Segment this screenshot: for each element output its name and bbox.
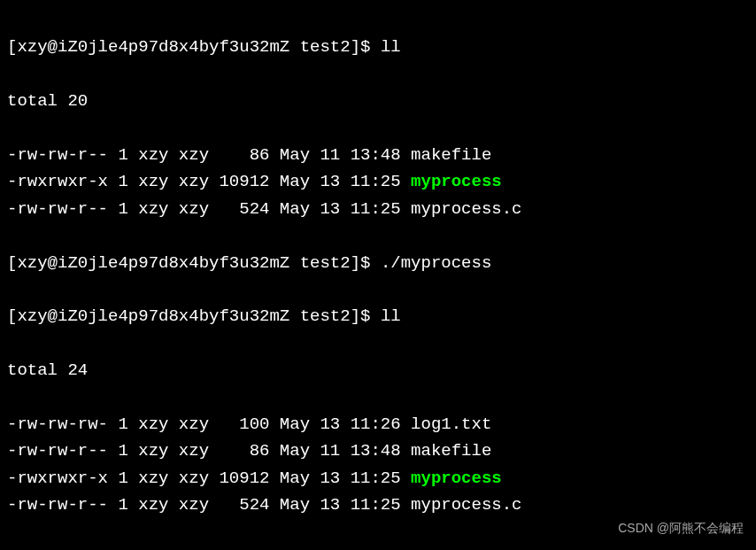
file-row: -rw-rw-rw- 1 xzy xzy 100 May 13 11:26 lo…	[7, 411, 749, 438]
watermark-text: CSDN @阿熊不会编程	[618, 518, 744, 538]
file-meta: -rwxrwxr-x 1 xzy xzy 10912 May 13 11:25	[7, 172, 411, 191]
prompt-line-run: [xzy@iZ0jle4p97d8x4byf3u32mZ test2]$ ./m…	[7, 250, 749, 276]
file-name: myprocess.c	[411, 495, 521, 515]
file-meta: -rw-rw-r-- 1 xzy xzy 524 May 13 11:25	[7, 495, 411, 515]
terminal-output[interactable]: [xzy@iZ0jle4p97d8x4byf3u32mZ test2]$ ll …	[7, 7, 749, 550]
file-name: makefile	[411, 145, 491, 165]
file-row: -rwxrwxr-x 1 xzy xzy 10912 May 13 11:25 …	[7, 168, 749, 195]
file-meta: -rw-rw-r-- 1 xzy xzy 86 May 11 13:48	[7, 145, 411, 165]
file-name: myprocess	[411, 172, 502, 191]
shell-prompt: [xzy@iZ0jle4p97d8x4byf3u32mZ test2]$	[7, 306, 381, 326]
file-name: myprocess	[411, 469, 502, 488]
file-row: -rw-rw-r-- 1 xzy xzy 524 May 13 11:25 my…	[7, 492, 749, 518]
command-text: ll	[381, 306, 401, 326]
file-meta: -rw-rw-r-- 1 xzy xzy 86 May 11 13:48	[7, 441, 411, 461]
shell-prompt: [xzy@iZ0jle4p97d8x4byf3u32mZ test2]$	[7, 37, 381, 57]
file-name: makefile	[411, 441, 491, 461]
file-row: -rw-rw-r-- 1 xzy xzy 86 May 11 13:48 mak…	[7, 438, 749, 464]
file-meta: -rwxrwxr-x 1 xzy xzy 10912 May 13 11:25	[7, 469, 411, 488]
prompt-line-cat: [xzy@iZ0jle4p97d8x4byf3u32mZ test2]$ cat…	[7, 546, 749, 550]
file-row: -rw-rw-r-- 1 xzy xzy 524 May 13 11:25 my…	[7, 196, 749, 222]
shell-prompt: [xzy@iZ0jle4p97d8x4byf3u32mZ test2]$	[7, 253, 381, 273]
prompt-line-ll2: [xzy@iZ0jle4p97d8x4byf3u32mZ test2]$ ll	[7, 303, 749, 329]
file-meta: -rw-rw-rw- 1 xzy xzy 100 May 13 11:26	[7, 414, 411, 434]
total-line-1: total 20	[7, 88, 749, 114]
command-text: ./myprocess	[381, 253, 491, 273]
file-row: -rw-rw-r-- 1 xzy xzy 86 May 11 13:48 mak…	[7, 142, 749, 168]
file-meta: -rw-rw-r-- 1 xzy xzy 524 May 13 11:25	[7, 199, 411, 219]
command-text: ll	[381, 37, 401, 57]
file-name: myprocess.c	[411, 199, 521, 219]
prompt-line-ll1: [xzy@iZ0jle4p97d8x4byf3u32mZ test2]$ ll	[7, 34, 749, 60]
total-line-2: total 24	[7, 357, 749, 383]
file-name: log1.txt	[411, 414, 491, 434]
file-row: -rwxrwxr-x 1 xzy xzy 10912 May 13 11:25 …	[7, 465, 749, 492]
